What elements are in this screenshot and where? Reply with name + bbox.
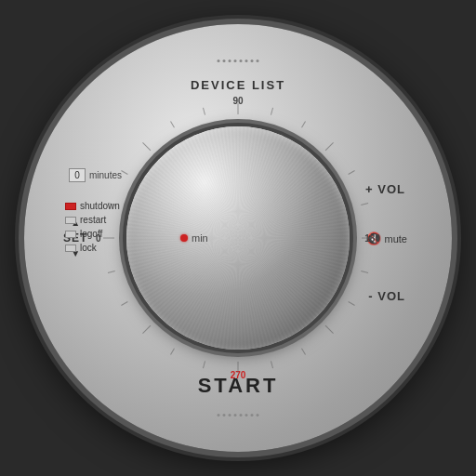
option-restart-indicator <box>65 217 76 224</box>
min-label: min <box>192 232 208 244</box>
svg-line-7 <box>361 271 368 272</box>
mute-label: mute <box>385 232 407 244</box>
svg-line-13 <box>203 361 205 368</box>
device-list-label[interactable]: DEVICE LIST <box>191 78 285 92</box>
svg-line-1 <box>271 108 272 115</box>
decorative-dots-top <box>218 60 259 62</box>
svg-point-24 <box>126 126 350 350</box>
svg-line-5 <box>361 203 368 205</box>
main-knob[interactable] <box>126 126 350 350</box>
degree-0: 0 <box>96 233 101 244</box>
min-dot <box>180 234 188 242</box>
vol-minus-button[interactable]: - VOL <box>368 289 405 303</box>
svg-line-11 <box>271 361 272 368</box>
svg-line-19 <box>108 203 115 205</box>
degree-180: 180 <box>364 233 380 244</box>
dial-ring: 90 180 270 0 <box>94 94 382 382</box>
degree-270: 270 <box>231 370 246 380</box>
svg-line-23 <box>203 108 205 115</box>
device-panel: DEVICE LIST START + VOL - VOL 🔇 mute ▲ S… <box>24 24 452 452</box>
minutes-value[interactable]: 0 <box>69 168 86 182</box>
option-shutdown-indicator <box>65 203 76 210</box>
option-lock-indicator <box>65 245 76 252</box>
svg-line-17 <box>108 271 115 272</box>
decorative-dots-bottom <box>218 414 259 416</box>
min-indicator: min <box>180 232 208 244</box>
option-logoff-indicator <box>65 231 76 238</box>
degree-90: 90 <box>232 96 243 106</box>
